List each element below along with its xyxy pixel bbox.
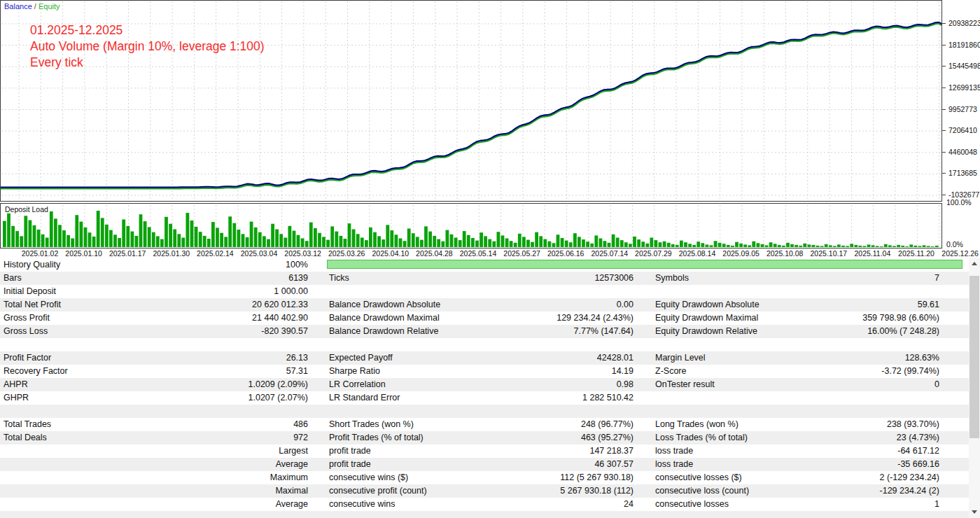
y-tick-mark: [942, 109, 946, 110]
table-row: Gross Profit21 440 402.90Balance Drawdow…: [0, 312, 969, 325]
stat-label: consecutive profit (count): [329, 484, 427, 498]
vertical-scrollbar[interactable]: [969, 258, 980, 518]
stat-label: Profit Factor: [4, 351, 51, 365]
y-axis: 2093822318191860154454981269913599527737…: [942, 0, 980, 249]
stat-value: 128.63%: [905, 351, 939, 365]
stat-value: -3.72 (99.74%): [881, 365, 939, 378]
x-tick-label: 2025.01.02: [22, 249, 59, 258]
stat-value: 59.61: [918, 298, 939, 312]
x-tick-label: 2025.08.14: [679, 249, 716, 258]
stat-label: Recovery Factor: [4, 365, 68, 378]
y-tick-label: 18191860: [948, 41, 980, 49]
stat-value: 100%: [286, 258, 308, 272]
stat-label: consecutive losses ($): [655, 471, 742, 484]
y-tick-label: 1713685: [948, 169, 977, 177]
stat-value: 147 218.37: [589, 444, 634, 458]
test-annotation: 01.2025-12.2025 Auto Volume (Margin 10%,…: [30, 22, 265, 71]
stat-value: 1.0207 (2.07%): [248, 391, 308, 405]
x-tick-label: 2025.12.26: [941, 249, 979, 258]
x-tick-label: 2025.05.27: [503, 249, 540, 258]
y-tick-mark: [942, 152, 946, 153]
stat-value: 359 798.98 (6.60%): [862, 312, 939, 325]
x-tick-label: 2025.01.10: [65, 249, 102, 258]
scrollbar-thumb[interactable]: [969, 276, 979, 438]
deposit-load-bars: [1, 204, 941, 248]
table-row: Largestprofit trade147 218.37loss trade-…: [0, 444, 969, 458]
stat-label: consecutive wins: [329, 498, 396, 511]
stat-value: -820 390.57: [261, 325, 308, 338]
stat-value: 21 440 402.90: [252, 312, 308, 325]
table-spacer-row: [0, 405, 969, 418]
stats-table: History Quality100%Bars6139Ticks12573006…: [0, 258, 969, 518]
deposit-load-chart: Deposit Load: [0, 203, 942, 248]
stat-label: OnTester result: [655, 378, 715, 391]
y-tick-label: 9952773: [948, 105, 977, 113]
stat-label: Equity Drawdown Absolute: [655, 298, 760, 312]
stat-value: -129 234.24 (2): [880, 484, 939, 498]
x-tick-label: 2025.01.17: [109, 249, 146, 258]
y-tick-label: 7206410: [948, 126, 977, 134]
stat-value: 238 (93.70%): [887, 418, 939, 431]
stat-label: History Quality: [4, 258, 60, 272]
stat-value: 12573006: [594, 272, 634, 285]
stat-label: Total Deals: [4, 431, 47, 444]
table-spacer-row: [0, 338, 969, 351]
y-tick-label: 12699135: [948, 83, 980, 92]
stat-label: Equity Drawdown Maximal: [655, 312, 758, 325]
table-row: Maximumconsecutive wins ($)112 (5 267 93…: [0, 471, 969, 484]
table-row: Averageprofit trade46 307.57loss trade-3…: [0, 458, 969, 471]
deposit-load-title: Deposit Load: [4, 205, 50, 214]
x-tick-label: 2025.01.30: [153, 249, 190, 258]
stat-value: 6139: [288, 272, 308, 285]
stat-label: LR Standard Error: [329, 391, 400, 405]
deposit-axis-max: 100.0%: [946, 198, 972, 206]
stat-label: Sharpe Ratio: [329, 365, 380, 378]
stat-label: Gross Loss: [4, 325, 48, 338]
x-tick-label: 2025.07.14: [592, 249, 629, 258]
table-row: Total Deals972Profit Trades (% of total)…: [0, 431, 969, 444]
table-spacer-row: [0, 511, 969, 518]
stat-label: Initial Deposit: [4, 285, 56, 298]
stat-value: 7.77% (147.64): [574, 325, 634, 338]
history-quality-progress-bar: [327, 260, 962, 269]
stat-label: Bars: [4, 272, 22, 285]
y-tick-mark: [942, 23, 946, 24]
y-tick-mark: [942, 130, 946, 131]
stat-value: Average: [276, 498, 308, 511]
stat-label: Gross Profit: [4, 312, 50, 325]
x-tick-label: 2025.11.04: [855, 249, 891, 258]
stat-value: -35 669.16: [897, 458, 939, 471]
scroll-up-button[interactable]: [969, 258, 980, 270]
annotation-tick-mode: Every tick: [30, 55, 265, 71]
legend-balance: Balance: [4, 2, 32, 10]
table-row: Bars6139Ticks12573006Symbols7: [0, 272, 969, 285]
stat-label: loss trade: [655, 444, 693, 458]
x-axis: 2025.01.022025.01.102025.01.172025.01.30…: [0, 249, 980, 258]
legend-equity: Equity: [38, 2, 60, 10]
stat-label: Long Trades (won %): [655, 418, 738, 431]
scroll-down-button[interactable]: [969, 506, 980, 518]
stat-label: Total Net Profit: [4, 298, 61, 312]
stat-value: Average: [276, 458, 308, 471]
table-row: Maximalconsecutive profit (count)5 267 9…: [0, 484, 969, 498]
x-tick-label: 2025.03.04: [241, 249, 278, 258]
stat-label: consecutive wins ($): [329, 471, 408, 484]
y-tick-mark: [942, 66, 946, 66]
stat-value: 14.19: [612, 365, 634, 378]
stat-value: 24: [624, 498, 634, 511]
x-tick-label: 2025.09.05: [722, 249, 760, 258]
stat-label: Balance Drawdown Maximal: [329, 312, 440, 325]
stat-value: Largest: [279, 444, 308, 458]
chevron-down-icon: [972, 510, 977, 514]
stat-value: 57.31: [286, 365, 308, 378]
stat-label: Short Trades (won %): [329, 418, 414, 431]
stat-value: 0.98: [617, 378, 634, 391]
table-row: Profit Factor26.13Expected Payoff42428.0…: [0, 351, 969, 365]
stat-value: 1 282 510.42: [582, 391, 634, 405]
stat-value: 7: [934, 272, 939, 285]
stat-label: Profit Trades (% of total): [329, 431, 424, 444]
legend-separator: /: [32, 2, 38, 10]
x-tick-label: 2025.11.20: [898, 249, 934, 258]
table-row: AHPR1.0209 (2.09%)LR Correlation0.98OnTe…: [0, 378, 969, 391]
strategy-tester-report: Balance / Equity 01.2025-12.2025 Auto Vo…: [0, 0, 980, 518]
